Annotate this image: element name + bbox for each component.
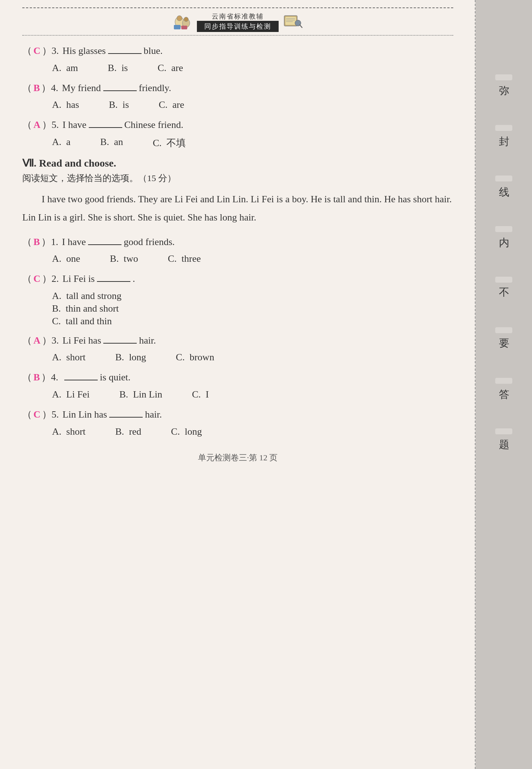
r-option-2b: B. thin and short: [52, 303, 453, 314]
reading-question-3: （ A ） 3. Li Fei has hair.: [22, 333, 453, 348]
options-row-3: A. am B. is C. are: [52, 62, 453, 74]
r-blank-5: [109, 417, 143, 418]
reading-question-4: （ B ） 4. is quiet.: [22, 370, 453, 385]
dashed-top: [22, 7, 453, 8]
r-option-3b: B. long: [115, 352, 146, 363]
r-number-4: 4.: [51, 370, 58, 385]
r-option-3a: A. short: [52, 352, 85, 363]
r-blank-3: [103, 343, 137, 344]
r-answer-3: A: [33, 333, 40, 348]
r-answer-1: B: [33, 234, 40, 250]
section7-header: Ⅶ. Read and choose.: [22, 157, 453, 169]
r-blank-2: [97, 281, 130, 282]
q-number-3: 3.: [52, 43, 59, 59]
option-3c: C. are: [158, 62, 183, 74]
question-item-3: （ C ） 3. His glasses blue.: [22, 43, 453, 59]
r-option-1a: A. one: [52, 253, 80, 264]
sidebar-char-ti: 题: [495, 428, 512, 434]
r-option-1b: B. two: [110, 253, 138, 264]
sidebar-char-bu: 不: [495, 277, 512, 283]
q-number-4: 4.: [51, 80, 58, 96]
r-options-row-4: A. Li Fei B. Lin Lin C. I: [52, 389, 453, 400]
answer-3: C: [33, 43, 40, 59]
svg-rect-5: [181, 26, 187, 29]
sidebar-char-xian: 线: [495, 176, 512, 181]
r-option-5c: C. long: [171, 426, 202, 437]
option-5c: C. 不填: [153, 136, 186, 149]
q-text-before-3: His glasses: [62, 43, 106, 59]
r-number-2: 2.: [52, 271, 59, 287]
svg-line-12: [300, 25, 302, 28]
answer-5: A: [33, 117, 40, 133]
r-option-5b: B. red: [115, 426, 141, 437]
passage-text: I have two good friends. They are Li Fei…: [22, 190, 453, 227]
paren-close-3: ）: [42, 43, 52, 59]
q-text-after-3: blue.: [144, 43, 163, 59]
option-5a: A. a: [52, 136, 71, 149]
blank-5: [89, 127, 122, 128]
r-option-3c: C. brown: [176, 352, 214, 363]
header-title-top: 云南省标准教辅: [212, 12, 264, 21]
reading-question-1: （ B ） 1. I have good friends.: [22, 234, 453, 250]
answer-4: B: [33, 80, 40, 96]
header-title-bottom: 同步指导训练与检测: [197, 21, 279, 32]
right-sidebar: 弥 封 线 内 不 要 答 题: [476, 0, 532, 769]
sidebar-char-feng: 封: [495, 125, 512, 131]
r-option-2c: C. tall and thin: [52, 316, 453, 327]
option-4a: A. has: [52, 99, 79, 110]
r-blank-1: [88, 244, 121, 245]
options-row-5: A. a B. an C. 不填: [52, 136, 453, 149]
r-option-1c: C. three: [168, 253, 201, 264]
option-3b: B. is: [108, 62, 128, 74]
svg-point-3: [184, 17, 188, 22]
r-answer-2: C: [33, 271, 40, 287]
question-item-4: （ B ） 4. My friend friendly.: [22, 80, 453, 96]
r-options-row-3: A. short B. long C. brown: [52, 352, 453, 363]
r-option-4b: B. Lin Lin: [119, 389, 162, 400]
r-option-4c: C. I: [192, 389, 209, 400]
header-icon-right: [282, 13, 305, 31]
sidebar-char-da: 答: [495, 378, 512, 384]
header-text-block: 云南省标准教辅 同步指导训练与检测: [197, 12, 279, 32]
options-row-4: A. has B. is C. are: [52, 99, 453, 110]
dotted-separator: [22, 35, 453, 36]
reading-question-2: （ C ） 2. Li Fei is .: [22, 271, 453, 287]
option-4c: C. are: [159, 99, 184, 110]
r-option-4a: A. Li Fei: [52, 389, 90, 400]
option-3a: A. am: [52, 62, 78, 74]
svg-rect-7: [285, 17, 296, 25]
option-5b: B. an: [100, 136, 123, 149]
paren-open-3: （: [22, 43, 32, 59]
page-footer: 单元检测卷三·第 12 页: [22, 452, 453, 463]
r-options-row-1: A. one B. two C. three: [52, 253, 453, 264]
main-content: 云南省标准教辅 同步指导训练与检测 （ C ） 3. His glasses b…: [0, 0, 476, 769]
sidebar-char-mi: 弥: [495, 74, 512, 80]
option-4b: B. is: [109, 99, 129, 110]
r-number-3: 3.: [52, 333, 59, 348]
sidebar-char-nei: 内: [495, 226, 512, 232]
r-number-1: 1.: [51, 234, 58, 250]
page-header: 云南省标准教辅 同步指导训练与检测: [22, 12, 453, 32]
reading-question-5: （ C ） 5. Lin Lin has hair.: [22, 407, 453, 422]
r-blank-4: [64, 380, 98, 380]
r-answer-5: C: [33, 407, 40, 422]
r-option-2a: A. tall and strong: [52, 290, 453, 302]
blank-3: [108, 53, 142, 54]
q-number-5: 5.: [52, 117, 59, 133]
svg-point-1: [177, 16, 182, 21]
question-item-5: （ A ） 5. I have Chinese friend.: [22, 117, 453, 133]
r-option-5a: A. short: [52, 426, 85, 437]
blank-4: [103, 90, 137, 91]
section7-instruction: 阅读短文，选择恰当的选项。（15 分）: [22, 172, 453, 184]
svg-rect-4: [174, 25, 181, 29]
r-options-row-5: A. short B. red C. long: [52, 426, 453, 437]
r-answer-4: B: [33, 370, 40, 385]
r-options-col-2: A. tall and strong B. thin and short C. …: [52, 290, 453, 327]
header-icon-left: [171, 13, 193, 31]
r-number-5: 5.: [52, 407, 59, 422]
sidebar-char-yao: 要: [495, 327, 512, 333]
